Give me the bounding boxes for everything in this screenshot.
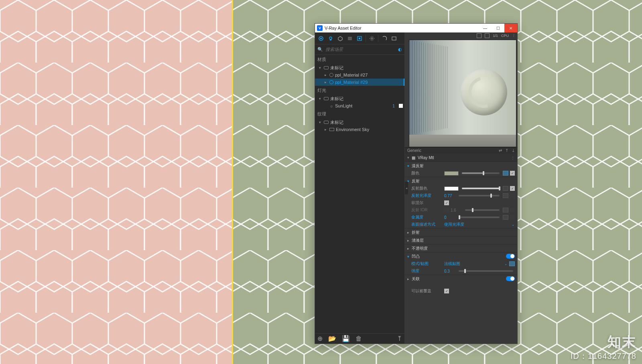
section-label: 清漆层 — [412, 238, 424, 243]
binding-section-header[interactable]: ▸ 关联 — [405, 275, 517, 283]
render-elements-tab-icon[interactable] — [355, 34, 364, 43]
texture-button[interactable] — [509, 261, 515, 266]
checkbox-off[interactable]: ✓ — [510, 215, 515, 220]
refraction-section-header[interactable]: ▸ 折射 — [405, 228, 517, 236]
texture-button[interactable] — [503, 186, 508, 191]
materials-header: 材质 — [315, 55, 404, 64]
chevron-right-icon: ▸ — [325, 80, 328, 84]
search-row[interactable]: 🔍 搜索场景 ◐ — [315, 44, 404, 55]
vray-logo-sphere — [461, 69, 507, 115]
texture-button[interactable] — [503, 215, 508, 220]
dropdown-value[interactable]: 法线贴图 — [444, 261, 503, 267]
settings-icon[interactable] — [368, 34, 376, 43]
diffuse-section-header[interactable]: ▾ 漫反射 — [405, 162, 517, 170]
group-label: 未标记 — [330, 65, 404, 71]
slider[interactable] — [459, 216, 500, 218]
light-enable-swatch[interactable] — [399, 104, 403, 108]
value[interactable]: 1.6 — [451, 208, 462, 212]
preview-reset-icon[interactable] — [485, 33, 490, 38]
chevron-right-icon: ▸ — [325, 127, 328, 131]
slider[interactable] — [462, 172, 500, 174]
asset-tree: 材质 ▾ 未标记 ▸ ppl_Material #27 ▸ ppl_Materi… — [315, 55, 404, 333]
textures-header: 纹理 — [315, 109, 404, 119]
preview-mode[interactable]: CPU — [501, 34, 509, 38]
texture-button[interactable] — [503, 171, 508, 176]
svg-rect-0 — [0, 0, 232, 364]
color-swatch[interactable] — [444, 186, 459, 191]
value[interactable]: 0.3 — [444, 269, 455, 273]
save-icon[interactable]: 💾 — [342, 335, 350, 342]
collapse-handle[interactable]: ◂ — [405, 182, 408, 194]
chevron-down-icon[interactable]: ⌄ — [504, 262, 508, 266]
slider[interactable] — [459, 195, 500, 196]
checkbox-on[interactable]: ✓ — [444, 200, 449, 205]
preview-menu-icon[interactable]: ⋮ — [512, 34, 516, 38]
layer-add-icon[interactable]: ⤒ — [505, 148, 508, 153]
titlebar[interactable]: V V-Ray Asset Editor — ☐ ✕ — [315, 24, 517, 32]
prop-label: 反射光泽度 — [411, 193, 443, 198]
left-bottom-toolbar: ⊕ 📂 💾 🗑 ⤒ — [315, 333, 404, 344]
slider[interactable] — [465, 209, 500, 211]
material-name-row[interactable]: ▾ ▦ VRay Mtl ⋮ — [405, 154, 517, 162]
folder-open-icon[interactable]: 📂 — [328, 335, 336, 342]
section-label: 折射 — [412, 230, 420, 235]
geometry-tab-icon[interactable] — [336, 34, 345, 43]
section-label: 漫反射 — [412, 163, 424, 169]
bump-section-header[interactable]: ▾ 凹凸 — [405, 252, 517, 260]
texture-button[interactable] — [503, 193, 508, 198]
sunlight-row[interactable]: ☼ SunLight 1 — [315, 102, 404, 109]
material-preview[interactable] — [409, 40, 516, 147]
materials-group-row[interactable]: ▾ 未标记 — [315, 64, 404, 71]
lock-icon[interactable] — [444, 208, 449, 212]
lights-group-row[interactable]: ▾ 未标记 — [315, 95, 404, 102]
checkbox-off[interactable]: ✓ — [510, 208, 515, 212]
group-label: 未标记 — [330, 96, 404, 102]
delete-icon[interactable]: 🗑 — [356, 335, 362, 342]
opacity-section-header[interactable]: ▸ 不透明度 — [405, 244, 517, 252]
layer-save-icon[interactable]: ⤓ — [512, 148, 515, 153]
textures-tab-icon[interactable] — [345, 34, 354, 43]
search-input[interactable]: 搜索场景 — [325, 47, 396, 53]
dropdown-value[interactable]: 使用光泽度 — [444, 222, 510, 227]
slider[interactable] — [462, 188, 500, 189]
metalness-row: 金属度 0 ✓ — [405, 214, 517, 221]
maximize-button[interactable]: ☐ — [492, 24, 504, 32]
toggle-on[interactable] — [506, 276, 515, 281]
reflection-section-header[interactable]: ▾ 反射 — [405, 177, 517, 185]
value[interactable]: 0.77 — [444, 194, 455, 198]
material-menu-icon[interactable]: ⋮ — [511, 156, 515, 160]
svg-rect-6 — [359, 38, 360, 39]
frame-buffer-icon[interactable] — [390, 34, 398, 43]
minimize-button[interactable]: — — [479, 24, 492, 32]
color-swatch[interactable] — [444, 171, 459, 176]
prop-label: 表面描述方式 — [411, 222, 443, 227]
render-icon[interactable] — [380, 34, 389, 43]
add-icon[interactable]: ⊕ — [317, 335, 323, 342]
close-button[interactable]: ✕ — [504, 24, 517, 32]
env-sky-row[interactable]: ▸ Environment Sky — [315, 126, 404, 133]
toggle-on[interactable] — [506, 254, 515, 259]
search-clear-icon[interactable]: ◐ — [398, 47, 402, 52]
chevron-down-icon[interactable]: ⌄ — [512, 222, 515, 226]
prop-label: 可以被覆盖 — [411, 288, 443, 294]
preview-pause-icon[interactable] — [477, 33, 482, 38]
light-label: SunLight — [335, 103, 391, 108]
import-icon[interactable]: ⤒ — [397, 335, 402, 342]
value[interactable]: 0 — [444, 215, 455, 220]
textures-group-row[interactable]: ▾ 未标记 — [315, 119, 404, 126]
coat-section-header[interactable]: ▸ 清漆层 — [405, 236, 517, 244]
material-row-2-selected[interactable]: ▸ ppl_Material #29 — [315, 79, 404, 86]
checkbox-on[interactable]: ✓ — [510, 171, 515, 176]
material-row-1[interactable]: ▸ ppl_Material #27 — [315, 71, 404, 79]
checkbox-on[interactable]: ✓ — [444, 289, 449, 293]
texture-button[interactable] — [503, 208, 508, 212]
slider[interactable] — [459, 270, 513, 272]
chevron-right-icon: ▸ — [407, 231, 409, 235]
checkbox-on[interactable]: ✓ — [510, 186, 515, 191]
chevron-down-icon: ▾ — [407, 255, 409, 259]
materials-tab-icon[interactable] — [317, 34, 325, 43]
layer-up-icon[interactable]: ⇄ — [499, 148, 502, 153]
lights-tab-icon[interactable] — [326, 34, 335, 43]
tag-icon — [324, 66, 329, 69]
checkbox-off[interactable]: ✓ — [510, 193, 515, 198]
